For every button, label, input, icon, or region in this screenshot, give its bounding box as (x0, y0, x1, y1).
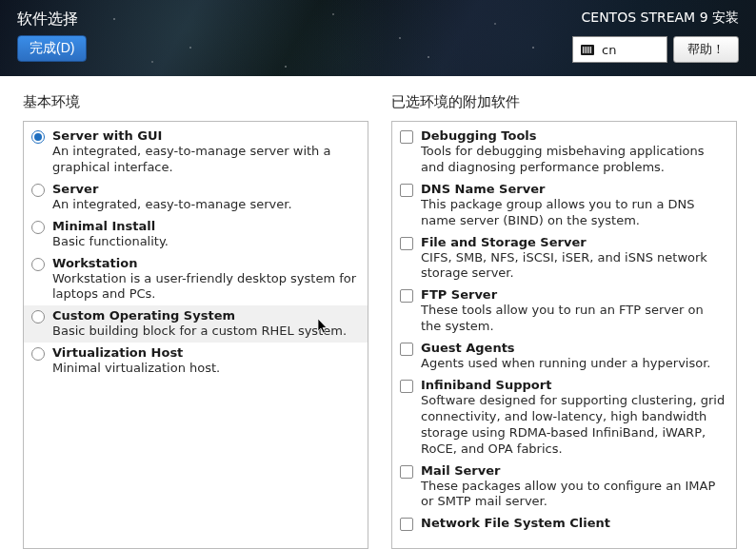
radio-icon[interactable] (31, 310, 45, 324)
checkbox-icon[interactable] (400, 237, 413, 250)
installer-title: CENTOS STREAM 9 安装 (572, 10, 739, 27)
option-title: Debugging Tools (421, 128, 726, 143)
checkbox-icon[interactable] (400, 465, 413, 479)
option-desc: Workstation is a user-friendly desktop s… (52, 271, 358, 304)
option-desc: Software designed for supporting cluster… (421, 393, 726, 458)
addon-option[interactable]: Mail ServerThese packages allow you to c… (392, 461, 736, 514)
option-title: Infiniband Support (421, 378, 726, 392)
base-env-option[interactable]: Virtualization HostMinimal virtualizatio… (24, 343, 368, 380)
option-desc: Basic functionality. (52, 234, 358, 250)
option-title: Network File System Client (421, 516, 726, 530)
addon-option[interactable]: File and Storage ServerCIFS, SMB, NFS, i… (392, 232, 736, 285)
option-title: Server with GUI (52, 128, 358, 143)
option-title: Mail Server (421, 463, 726, 478)
keyboard-layout-selector[interactable]: cn (572, 36, 667, 63)
option-desc: Tools for debugging misbehaving applicat… (421, 144, 726, 176)
radio-icon[interactable] (31, 130, 45, 144)
addon-option[interactable]: FTP ServerThese tools allow you to run a… (392, 284, 736, 338)
option-title: DNS Name Server (421, 182, 726, 196)
page-title: 软件选择 (17, 10, 87, 29)
option-desc: Agents used when running under a hypervi… (421, 356, 726, 372)
addons-heading: 已选环境的附加软件 (391, 93, 737, 111)
radio-icon[interactable] (31, 258, 45, 271)
base-env-option[interactable]: Custom Operating SystemBasic building bl… (24, 305, 368, 343)
option-title: File and Storage Server (421, 235, 726, 249)
option-desc: An integrated, easy-to-manage server. (52, 197, 358, 213)
option-desc: These tools allow you to run an FTP serv… (421, 303, 726, 335)
option-title: Server (52, 182, 358, 196)
option-desc: These packages allow you to configure an… (421, 479, 726, 511)
base-env-option[interactable]: Server with GUIAn integrated, easy-to-ma… (24, 126, 368, 179)
help-button[interactable]: 帮助！ (673, 36, 739, 63)
radio-icon[interactable] (31, 347, 45, 361)
radio-icon[interactable] (31, 221, 45, 234)
addons-list[interactable]: Debugging ToolsTools for debugging misbe… (391, 121, 737, 549)
addon-option[interactable]: Network File System Client (392, 513, 736, 534)
option-title: Custom Operating System (52, 308, 358, 323)
checkbox-icon[interactable] (400, 130, 413, 144)
option-desc: CIFS, SMB, NFS, iSCSI, iSER, and iSNS ne… (421, 250, 726, 283)
checkbox-icon[interactable] (400, 343, 413, 356)
option-title: Minimal Install (52, 219, 358, 233)
base-env-option[interactable]: ServerAn integrated, easy-to-manage serv… (24, 179, 368, 216)
option-desc: An integrated, easy-to-manage server wit… (52, 144, 358, 176)
option-desc: Basic building block for a custom RHEL s… (52, 324, 358, 340)
addon-option[interactable]: Debugging ToolsTools for debugging misbe… (392, 126, 736, 179)
keyboard-layout-label: cn (602, 43, 616, 57)
base-env-option[interactable]: WorkstationWorkstation is a user-friendl… (24, 253, 368, 306)
option-desc: Minimal virtualization host. (52, 361, 358, 377)
base-env-list[interactable]: Server with GUIAn integrated, easy-to-ma… (23, 121, 368, 549)
base-env-option[interactable]: Minimal InstallBasic functionality. (24, 216, 368, 253)
checkbox-icon[interactable] (400, 289, 413, 303)
checkbox-icon[interactable] (400, 380, 413, 393)
option-desc: This package group allows you to run a D… (421, 197, 726, 229)
checkbox-icon[interactable] (400, 184, 413, 197)
keyboard-icon (581, 45, 594, 55)
checkbox-icon[interactable] (400, 518, 413, 531)
option-title: Virtualization Host (52, 345, 358, 360)
option-title: FTP Server (421, 287, 726, 302)
option-title: Guest Agents (421, 341, 726, 355)
radio-icon[interactable] (31, 184, 45, 197)
addon-option[interactable]: DNS Name ServerThis package group allows… (392, 179, 736, 232)
base-env-heading: 基本环境 (23, 93, 368, 111)
addon-option[interactable]: Infiniband SupportSoftware designed for … (392, 375, 736, 461)
option-title: Workstation (52, 256, 358, 270)
done-button[interactable]: 完成(D) (17, 35, 87, 62)
addon-option[interactable]: Guest AgentsAgents used when running und… (392, 338, 736, 375)
